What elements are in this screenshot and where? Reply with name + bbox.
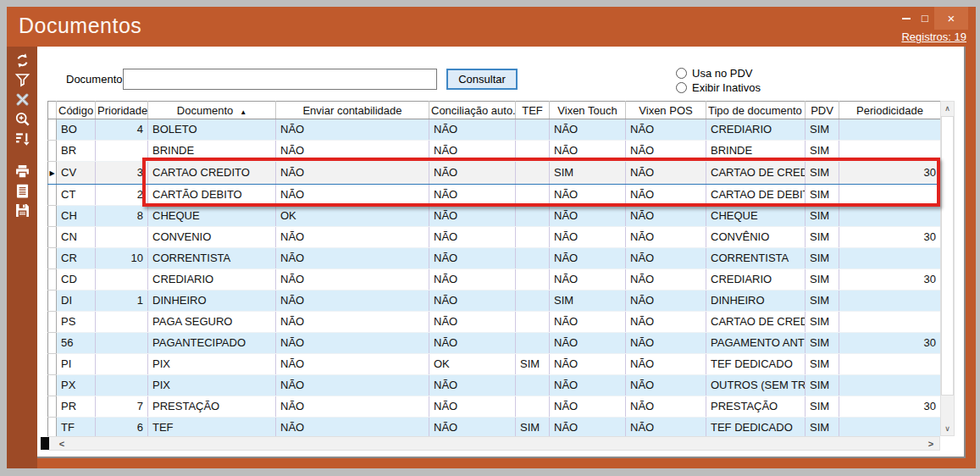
cell-conciliacao[interactable]: NÃO [429,375,516,396]
cell-periodicidade[interactable] [839,119,941,141]
exibir-inativos-radio[interactable]: Exibir Inativos [676,80,761,95]
cell-tef[interactable] [516,396,550,418]
cell-codigo[interactable]: 56 [57,333,96,354]
cell-codigo[interactable]: CH [57,206,96,227]
cell-enviar[interactable]: NÃO [276,119,429,141]
table-row[interactable]: PIPIXNÃOOKSIMNÃONÃOTEF DEDICADOSIM [48,354,941,375]
column-header-tipo_pdv[interactable]: Tipo de documento PDV [706,102,806,119]
cell-tipo_pdv[interactable]: CHEQUE [706,206,806,227]
cell-tipo_pdv[interactable]: OUTROS (SEM TROCO) [706,375,806,396]
cell-vixen_pos[interactable]: NÃO [626,291,706,312]
cell-periodicidade[interactable] [839,354,941,375]
cell-documento[interactable]: PRESTAÇÃO [148,396,276,418]
cell-pdv[interactable]: SIM [806,269,839,291]
cell-prioridade[interactable]: 10 [96,248,148,269]
cell-prioridade[interactable]: 1 [96,291,148,312]
column-header-periodicidade[interactable]: Periodicidade [839,102,941,119]
cell-documento[interactable]: CHEQUE [148,206,276,227]
cell-periodicidade[interactable] [839,312,941,333]
cell-periodicidade[interactable] [839,206,941,227]
cell-pdv[interactable]: SIM [806,206,839,227]
cell-enviar[interactable]: NÃO [276,375,429,396]
cell-tipo_pdv[interactable]: DINHEIRO [706,291,806,312]
cell-tipo_pdv[interactable]: TEF DEDICADO [706,354,806,375]
row-gutter-cell[interactable] [48,312,57,333]
cell-codigo[interactable]: CT [57,185,96,206]
cell-conciliacao[interactable]: NÃO [429,227,516,248]
refresh-icon[interactable] [12,51,32,70]
cell-vixen_touch[interactable]: NÃO [550,375,626,396]
cell-vixen_pos[interactable]: NÃO [626,396,706,418]
cell-tipo_pdv[interactable]: CONVÊNIO [706,227,806,248]
cell-vixen_pos[interactable]: NÃO [626,418,706,439]
cell-tef[interactable] [516,185,550,206]
column-header-documento[interactable]: Documento▲ [148,102,276,119]
cell-pdv[interactable]: SIM [806,141,839,162]
sort-icon[interactable] [12,129,32,148]
zoom-icon[interactable] [12,109,32,129]
column-header-conciliacao[interactable]: Conciliação auto. [429,102,516,119]
cell-codigo[interactable]: TF [57,418,96,439]
cell-prioridade[interactable]: 8 [96,206,148,227]
cell-codigo[interactable]: BO [57,119,96,141]
cell-periodicidade[interactable] [839,141,941,162]
table-row[interactable]: DI1DINHEIRONÃONÃOSIMNÃODINHEIROSIM [48,291,941,312]
row-gutter-cell[interactable] [48,354,57,375]
documento-input[interactable] [123,69,437,90]
cell-codigo[interactable]: BR [57,141,96,162]
cell-documento[interactable]: PIX [148,375,276,396]
cell-vixen_pos[interactable]: NÃO [626,333,706,354]
cell-tef[interactable]: SIM [516,418,550,439]
cell-documento[interactable]: CREDIARIO [148,269,276,291]
cell-enviar[interactable]: NÃO [276,269,429,291]
consultar-button[interactable]: Consultar [446,69,518,90]
cell-vixen_pos[interactable]: NÃO [626,185,706,206]
cell-tef[interactable] [516,119,550,141]
cell-periodicidade[interactable]: 30 [839,269,941,291]
cell-vixen_touch[interactable]: NÃO [550,227,626,248]
cell-pdv[interactable]: SIM [806,333,839,354]
row-gutter-cell[interactable] [48,333,57,354]
cell-vixen_touch[interactable]: NÃO [550,248,626,269]
cell-vixen_touch[interactable]: NÃO [550,333,626,354]
cell-prioridade[interactable]: 3 [96,162,148,185]
column-header-pdv[interactable]: PDV [806,102,839,119]
cell-codigo[interactable]: CN [57,227,96,248]
cell-codigo[interactable]: CD [57,269,96,291]
cell-tipo_pdv[interactable]: BRINDE [706,141,806,162]
cell-vixen_touch[interactable]: SIM [550,162,626,185]
cell-tef[interactable] [516,269,550,291]
cell-conciliacao[interactable]: NÃO [429,248,516,269]
horizontal-scrollbar[interactable]: < > [47,436,940,451]
cell-documento[interactable]: PAGA SEGURO [148,312,276,333]
cell-periodicidade[interactable] [839,185,941,206]
cell-conciliacao[interactable]: NÃO [429,333,516,354]
cell-enviar[interactable]: NÃO [276,396,429,418]
cell-pdv[interactable]: SIM [806,119,839,141]
cell-vixen_touch[interactable]: NÃO [550,418,626,439]
cell-tef[interactable] [516,291,550,312]
cell-vixen_touch[interactable]: NÃO [550,354,626,375]
cell-tef[interactable] [516,162,550,185]
row-gutter-cell[interactable] [48,396,57,418]
cell-conciliacao[interactable]: NÃO [429,418,516,439]
cell-documento[interactable]: CORRENTISTA [148,248,276,269]
row-gutter-cell[interactable] [48,418,57,439]
table-row[interactable]: CR10CORRENTISTANÃONÃONÃONÃOCORRENTISTASI… [48,248,941,269]
cell-vixen_pos[interactable]: NÃO [626,206,706,227]
cell-vixen_touch[interactable]: NÃO [550,185,626,206]
table-row[interactable]: ▶CV3CARTAO CREDITONÃONÃOSIMNÃOCARTAO DE … [48,162,941,185]
print-icon[interactable] [12,162,32,181]
filter-icon[interactable] [12,70,32,90]
cell-vixen_touch[interactable]: NÃO [550,269,626,291]
cell-pdv[interactable]: SIM [806,354,839,375]
close-button[interactable]: × [934,7,968,30]
column-header-codigo[interactable]: Código [57,102,96,119]
cell-pdv[interactable]: SIM [806,227,839,248]
cell-vixen_pos[interactable]: NÃO [626,375,706,396]
cell-documento[interactable]: DINHEIRO [148,291,276,312]
minimize-button[interactable]: — [897,7,916,30]
cell-enviar[interactable]: NÃO [276,227,429,248]
table-row[interactable]: CH8CHEQUEOKNÃONÃONÃOCHEQUESIM [48,206,941,227]
cell-prioridade[interactable] [96,227,148,248]
